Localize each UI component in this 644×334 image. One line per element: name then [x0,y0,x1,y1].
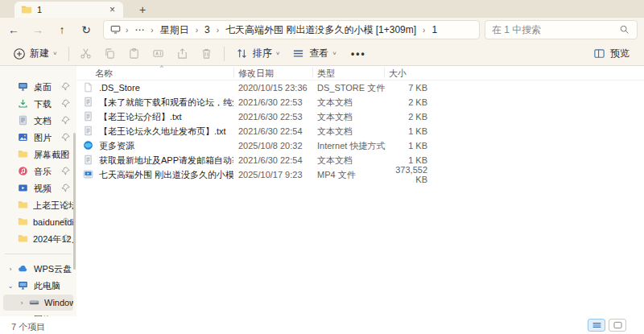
chevron-right-icon[interactable]: › [6,266,14,273]
sidebar-item-wps-cloud[interactable]: › WPS云盘 [3,261,73,277]
preview-button-label: 预览 [610,47,630,60]
plus-circle-icon [13,47,26,60]
chevron-down-icon: ˅ [276,50,280,57]
file-name: 更多资源 [99,140,134,152]
copy-button[interactable] [98,45,122,63]
file-size: 373,552 KB [384,165,431,184]
breadcrumb-separator: › [420,26,427,35]
pin-icon [61,150,70,159]
sidebar-item-music[interactable]: 音乐 [3,163,73,179]
sidebar-item-folder-baidunetdisk[interactable]: baidunetdisl [3,214,73,230]
file-row[interactable]: .DS_Store 2020/10/15 23:36 DS_STORE 文件 7… [76,80,644,95]
tab-close-icon[interactable]: × [108,4,117,15]
sidebar-item-this-pc[interactable]: ⌄ 此电脑 [3,278,73,294]
pin-icon [61,167,70,175]
column-header-size[interactable]: 大小 [384,66,431,80]
details-view-button[interactable] [588,319,605,332]
sort-button[interactable]: 排序 ˅ [229,43,287,64]
sidebar-item-label: 图片 [34,132,52,144]
file-row[interactable]: 【老王论坛永久地址发布页】.txt 2021/6/30 22:54 文本文档 1… [76,124,644,138]
sidebar-item-label: 桌面 [34,81,52,93]
sort-button-label: 排序 [253,47,272,60]
file-type: MP4 文件 [312,169,384,181]
sort-icon [236,47,249,60]
search-icon [619,24,630,35]
sidebar-item-screenshots[interactable]: 屏幕截图 [3,146,73,163]
new-tab-button[interactable]: + [134,3,151,18]
navigation-row: ← → ↑ ↻ › ⋯ › 星期日 › 3 › 七天高端外围 刚出道没多久的小模… [0,18,644,42]
new-button[interactable]: 新建 ˅ [6,43,64,64]
music-icon [18,166,29,177]
text-file-icon [83,97,94,108]
chevron-down-icon: ˅ [332,50,336,57]
share-button[interactable] [171,45,195,63]
sidebar-item-desktop[interactable]: 桌面 [3,79,73,95]
desktop-icon [18,81,29,93]
file-date: 2021/6/30 22:54 [233,126,312,136]
file-row[interactable]: 【老王论坛介绍】.txt 2021/6/30 22:53 文本文档 2 KB [76,109,644,124]
folder-icon [18,149,29,160]
view-button[interactable]: 查看 ˅ [286,43,343,64]
file-row[interactable]: 七天高端外围 刚出道没多久的小模.mp4 2025/10/17 9:23 MP4… [76,167,644,182]
address-bar[interactable]: › ⋯ › 星期日 › 3 › 七天高端外围 刚出道没多久的小模 [1+309m… [103,20,480,39]
breadcrumb-overflow[interactable]: ⋯ [132,24,147,35]
file-type: Internet 快捷方式 [312,140,384,152]
file-row[interactable]: 获取最新地址及APP请发邮箱自动获取.txt 2021/6/30 22:54 文… [76,153,644,167]
breadcrumb-item[interactable]: 星期日 [158,23,192,37]
breadcrumb-item[interactable]: 七天高端外围 刚出道没多久的小模 [1+309m] [223,23,419,37]
file-type: 文本文档 [312,155,384,167]
file-row[interactable]: 【来了就能下载和观看的论坛，纯免费！】.txt 2021/6/30 22:53 … [76,95,644,109]
file-list: ^ 名称 修改日期 类型 大小 .DS_Store 2020/10/15 23:… [76,66,644,316]
explorer-tab[interactable]: 1 × [14,2,123,18]
preview-pane-icon [593,47,606,60]
file-size: 1 KB [384,141,431,151]
delete-button[interactable] [195,45,219,63]
back-button[interactable]: ← [3,23,24,36]
chevron-right-icon[interactable]: › [18,299,26,307]
more-options-button[interactable]: ••• [343,48,374,60]
sidebar-item-documents[interactable]: 文档 [3,113,73,129]
file-row[interactable]: 更多资源 2025/10/8 20:32 Internet 快捷方式 1 KB [76,138,644,153]
sidebar-item-windows-ssd[interactable]: › Windows-SSD [3,295,73,311]
sidebar-item-downloads[interactable]: 下载 [3,96,73,112]
navigation-pane: 桌面 下载 文档 图片 屏幕截图 音乐 视频 上老王论坛当 ba [0,66,76,316]
column-header-date[interactable]: 修改日期 [233,66,312,80]
preview-button[interactable]: 预览 [587,43,636,64]
paste-button[interactable] [122,45,147,63]
column-header-type[interactable]: 类型 [312,66,384,80]
breadcrumb-separator: › [214,26,221,35]
breadcrumb-separator: › [148,26,155,35]
sidebar-item-pictures[interactable]: 图片 [3,130,73,146]
refresh-button[interactable]: ↻ [76,23,97,36]
forward-button[interactable]: → [27,23,48,36]
file-date: 2025/10/8 20:32 [233,141,312,151]
file-name: 七天高端外围 刚出道没多久的小模.mp4 [99,169,233,181]
explorer-header: ← → ↑ ↻ › ⋯ › 星期日 › 3 › 七天高端外围 刚出道没多久的小模… [0,18,644,66]
sidebar-item-folder-2024-12[interactable]: 2024年12月, [3,231,73,247]
sidebar-item-label: WPS云盘 [34,263,72,275]
pin-icon [61,234,70,243]
up-button[interactable]: ↑ [52,23,72,36]
large-icons-view-button[interactable] [609,319,626,332]
rename-button[interactable] [147,45,171,63]
drive-icon [29,297,39,308]
pin-icon [61,200,70,209]
internet-shortcut-icon [83,140,94,151]
sidebar-item-videos[interactable]: 视频 [3,180,73,196]
tab-title: 1 [37,5,103,14]
file-date: 2020/10/15 23:36 [233,83,312,93]
sidebar-item-label: 文档 [34,115,52,127]
sidebar-scrollbar[interactable] [73,133,76,270]
videos-icon [18,183,29,194]
search-box[interactable]: 在 1 中搜索 [485,20,638,39]
breadcrumb-item[interactable]: 3 [202,24,213,35]
breadcrumb-item[interactable]: 1 [429,24,440,35]
sidebar-item-folder-laowang[interactable]: 上老王论坛当 [3,197,73,213]
chevron-down-icon[interactable]: ⌄ [6,282,14,290]
file-type: 文本文档 [312,126,384,138]
new-button-label: 新建 [30,47,49,60]
breadcrumb-separator: › [193,26,200,35]
status-bar: 7 个项目 [0,316,644,334]
column-header-name[interactable]: 名称 [76,66,233,80]
cut-button[interactable] [74,45,98,63]
